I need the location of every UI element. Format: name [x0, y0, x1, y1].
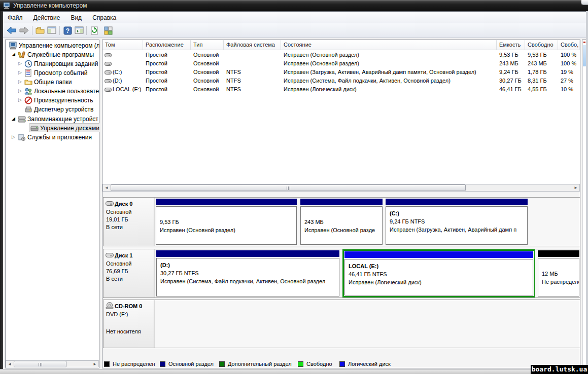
scroll-thumb[interactable] [14, 361, 66, 367]
menu-help[interactable]: Справка [88, 12, 121, 23]
menu-file[interactable]: Файл [3, 12, 27, 23]
column-header-fs[interactable]: Файловая система [224, 40, 281, 50]
disk-row-1: Диск 1 Основной 76,69 ГБ В сети (D:) 30,… [103, 249, 580, 298]
computer-icon [9, 42, 17, 50]
app-icon [3, 2, 11, 10]
scroll-left-arrow[interactable]: ◄ [6, 361, 13, 367]
title-bar: Управление компьютером [0, 0, 588, 11]
forward-button[interactable] [18, 25, 29, 36]
tree-hscrollbar[interactable]: ◄ ► [6, 360, 99, 367]
column-header-free[interactable]: Свободно [525, 40, 558, 50]
folder-icon [36, 26, 45, 34]
partition-d1p2-selected[interactable]: LOCAL (E:) 46,41 ГБ NTFS Исправен (Логич… [342, 249, 535, 297]
back-icon [7, 26, 17, 34]
tools-icon [18, 51, 26, 59]
volume-icon [105, 79, 112, 84]
partition-d0p3[interactable]: (C:) 9,24 ГБ NTFS Исправен (Загрузка, Ак… [385, 198, 529, 246]
disk0-label[interactable]: Диск 0 Основной 19,01 ГБ В сети [103, 198, 154, 246]
volume-icon [105, 70, 112, 75]
tree-item-storage[interactable]: ◢ Запоминающие устройст [5, 115, 99, 124]
cdrom-row: CD-ROM 0 DVD (F:) Нет носителя [103, 300, 580, 348]
window-title: Управление компьютером [13, 2, 87, 9]
legend: Не распределен Основной раздел Дополните… [103, 361, 580, 368]
partition-d0p2[interactable]: 243 МБ Исправен (Основной разде [299, 198, 384, 246]
disk-management-toolbar-button[interactable] [102, 25, 114, 36]
window-border-bottom [0, 369, 588, 374]
tree-item-local-users[interactable]: ▷ Локальные пользовате [5, 87, 99, 96]
show-action-pane-button[interactable] [74, 25, 85, 36]
back-button[interactable] [6, 25, 17, 36]
collapsed-icon[interactable]: ▷ [18, 97, 23, 102]
performance-icon [24, 96, 32, 104]
console-tree: Управление компьютером (л ◢ Служебные пр… [5, 40, 99, 368]
column-header-volume[interactable]: Том [102, 40, 143, 50]
services-icon [18, 133, 26, 141]
volume-row[interactable]: Простой Основной Исправен (Основной разд… [102, 51, 580, 59]
tree-item-services[interactable]: ▷ Службы и приложения [5, 133, 99, 142]
tree-item-task-scheduler[interactable]: ▷ Планировщик заданий [5, 59, 99, 68]
caption-button-fragment[interactable] [581, 0, 588, 5]
legend-swatch-primary [160, 361, 165, 367]
refresh-button[interactable] [89, 25, 100, 36]
export-list-button[interactable] [34, 25, 46, 36]
tree-item-shared-folders[interactable]: ▷ Общие папки [5, 78, 99, 87]
disk1-label[interactable]: Диск 1 Основной 76,69 ГБ В сети [103, 249, 154, 297]
partition-d0p1[interactable]: 9,53 ГБ Исправен (Основной раздел) [155, 198, 298, 246]
disk-management-icon [104, 26, 113, 35]
legend-swatch-extended [219, 361, 225, 367]
scroll-thumb[interactable] [111, 184, 466, 191]
partition-body: 243 МБ Исправен (Основной разде [300, 206, 383, 245]
volume-icon [105, 53, 112, 58]
help-button[interactable]: ? [62, 25, 73, 36]
expanded-icon[interactable]: ◢ [12, 116, 17, 121]
menu-view[interactable]: Вид [66, 12, 86, 23]
column-header-capacity[interactable]: Емкость [497, 40, 525, 50]
cdrom-icon [106, 302, 114, 309]
volume-row[interactable]: (D:) Простой Основной NTFS Исправен (Сис… [102, 77, 580, 85]
legend-swatch-free [298, 361, 303, 367]
collapsed-icon[interactable]: ▷ [18, 79, 23, 84]
tree-item-device-manager[interactable]: Диспетчер устройств [5, 105, 99, 114]
scroll-right-arrow[interactable]: ► [572, 184, 579, 191]
column-header-layout[interactable]: Расположение [143, 40, 191, 50]
tree-item-computer-management[interactable]: Управление компьютером (л [5, 41, 99, 50]
disk-graph-view: Диск 0 Основной 19,01 ГБ В сети 9,53 ГБ … [102, 192, 580, 368]
collapsed-icon[interactable]: ▷ [12, 134, 17, 139]
list-hscrollbar[interactable]: ◄ ► [102, 184, 580, 192]
column-header-type[interactable]: Тип [191, 40, 224, 50]
clock-icon [24, 60, 32, 68]
tree-item-system-tools[interactable]: ◢ Служебные программы [5, 50, 99, 59]
scroll-left-arrow[interactable]: ◄ [103, 184, 110, 191]
volume-row[interactable]: Простой Основной Исправен (Основной разд… [102, 59, 580, 68]
show-console-tree-button[interactable] [46, 25, 57, 36]
volume-row[interactable]: (C:) Простой Основной NTFS Исправен (Заг… [102, 68, 580, 77]
collapsed-icon[interactable]: ▷ [18, 88, 23, 93]
tree-item-performance[interactable]: ▷ Производительность [5, 96, 99, 105]
refresh-icon [90, 26, 98, 35]
menu-action[interactable]: Действие [29, 12, 65, 23]
partition-d1p1[interactable]: (D:) 30,27 ГБ NTFS Исправен (Система, Фа… [155, 249, 340, 297]
cdrom-label[interactable]: CD-ROM 0 DVD (F:) Нет носителя [103, 300, 154, 348]
column-header-freepct[interactable]: Свобо, [558, 40, 580, 50]
legend-swatch-logical [339, 361, 345, 367]
toolbar-separator [86, 26, 87, 35]
scroll-right-arrow[interactable]: ► [91, 361, 98, 367]
event-viewer-icon [24, 69, 32, 77]
column-header-status[interactable]: Состояние [281, 40, 497, 50]
device-manager-icon [24, 105, 32, 114]
tree-item-disk-management[interactable]: Управление дисками [5, 124, 99, 133]
volume-row[interactable]: LOCAL (E:) Простой Основной NTFS Исправе… [102, 85, 580, 94]
collapsed-icon[interactable]: ▷ [18, 61, 23, 66]
toolbar-separator [32, 26, 32, 35]
partition-bar [538, 250, 579, 257]
action-pane-icon [75, 26, 84, 34]
partition-body: (C:) 9,24 ГБ NTFS Исправен (Загрузка, Ак… [386, 206, 528, 245]
actions-pane-header-fragment [583, 45, 586, 66]
window-border-left [0, 11, 3, 369]
disk-row-0: Диск 0 Основной 19,01 ГБ В сети 9,53 ГБ … [103, 197, 580, 246]
partition-d1p3-unallocated[interactable]: 12 МБ Не распределе [537, 249, 580, 297]
collapsed-icon[interactable]: ▷ [18, 70, 23, 75]
expanded-icon[interactable]: ◢ [12, 52, 17, 57]
tree-item-event-viewer[interactable]: ▷ Просмотр событий [5, 68, 99, 78]
partition-bar [300, 199, 383, 205]
